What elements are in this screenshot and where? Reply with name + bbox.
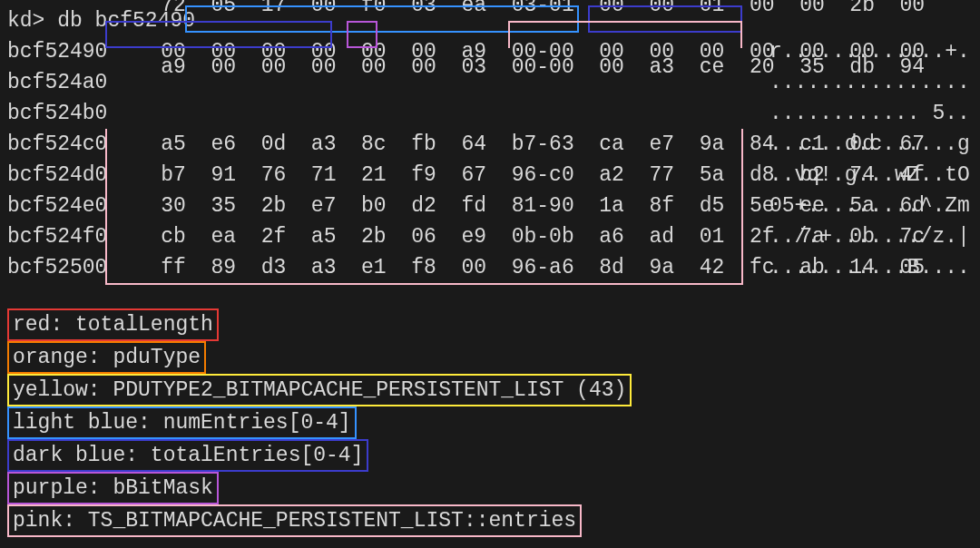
address: bcf524f0 <box>7 221 111 252</box>
address: bcf524d0 <box>7 160 111 191</box>
legend-purple: purple: bBitMask <box>7 472 219 504</box>
hex-row: bcf52500 ff 89 d3 a3 e1 f8 00 96-a6 8d 9… <box>7 252 980 283</box>
address: bcf52500 <box>7 252 111 283</box>
hex-bytes-wrap: ff 89 d3 a3 e1 f8 00 96-a6 8d 9a 42 fc a… <box>111 221 764 314</box>
highlight-bBitMask <box>347 21 377 48</box>
legend-pink: pink: TS_BITMAPCACHE_PERSISTENT_LIST::en… <box>7 504 582 537</box>
address: bcf524e0 <box>7 191 111 221</box>
legend-orange: orange: pduType <box>7 341 206 374</box>
highlight-totalEntries-b <box>105 21 332 48</box>
address: bcf524b0 <box>7 98 111 129</box>
address: bcf52490 <box>7 36 111 67</box>
legend-lblue: light blue: numEntries[0-4] <box>7 406 357 439</box>
ascii: ............ 5.. <box>769 98 970 129</box>
legend-yellow: yellow: PDUTYPE2_BITMAPCACHE_PERSISTENT_… <box>7 374 632 406</box>
hex-bytes: a9 00 00 00 00 00 03 00-00 00 a3 ce 20 3… <box>161 52 925 83</box>
address: bcf524a0 <box>7 67 111 98</box>
legend-area: red: totalLength orange: pduType yellow:… <box>7 308 980 537</box>
address: bcf524c0 <box>7 129 111 160</box>
highlight-entries-head <box>508 21 742 48</box>
legend-dblue: dark blue: totalEntries[0-4] <box>7 439 368 472</box>
hex-bytes: ff 89 d3 a3 e1 f8 00 96-a6 8d 9a 42 fc a… <box>161 252 925 283</box>
